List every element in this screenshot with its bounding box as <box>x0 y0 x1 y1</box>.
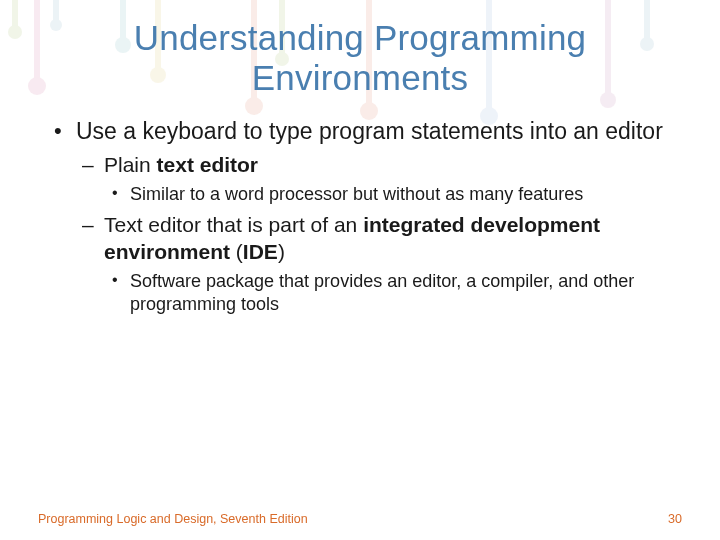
bold-text: IDE <box>243 240 278 263</box>
page-number: 30 <box>668 512 682 526</box>
bullet-text: Software package that provides an editor… <box>130 271 634 314</box>
bullet-level2: Text editor that is part of an integrate… <box>76 212 672 316</box>
slide-title: Understanding Programming Environments <box>48 18 672 99</box>
bullet-text: Plain <box>104 153 157 176</box>
slide-body: Use a keyboard to type program statement… <box>48 117 672 316</box>
bullet-text: Similar to a word processor but without … <box>130 184 583 204</box>
bullet-text: ( <box>230 240 243 263</box>
bullet-level3: Similar to a word processor but without … <box>104 183 672 206</box>
slide: Understanding Programming Environments U… <box>0 0 720 540</box>
bullet-text: Text editor that is part of an <box>104 213 363 236</box>
slide-footer: Programming Logic and Design, Seventh Ed… <box>0 512 720 526</box>
bullet-level3: Software package that provides an editor… <box>104 270 672 316</box>
bullet-level2: Plain text editor Similar to a word proc… <box>76 152 672 206</box>
bullet-text: Use a keyboard to type program statement… <box>76 118 663 144</box>
footer-book-title: Programming Logic and Design, Seventh Ed… <box>38 512 308 526</box>
bullet-level1: Use a keyboard to type program statement… <box>48 117 672 316</box>
bold-text: text editor <box>157 153 259 176</box>
bullet-text: ) <box>278 240 285 263</box>
